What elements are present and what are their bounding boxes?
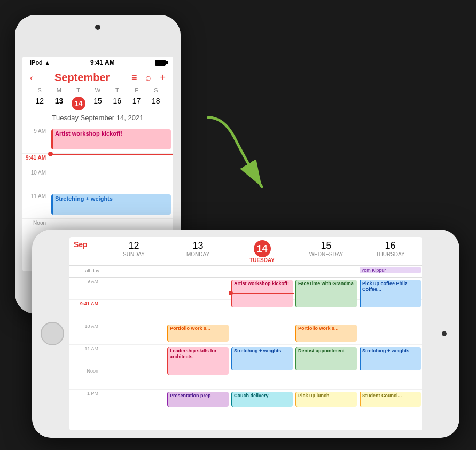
portfolio-mon-event[interactable]: Portfolio work s... <box>167 325 229 342</box>
allday-thu: Yom Kippur <box>358 266 422 277</box>
week-current-time-line <box>230 293 294 294</box>
slot-1pm: 1 PM <box>69 390 102 412</box>
leadership-event[interactable]: Leadership skills for architects <box>167 347 229 375</box>
day-num-15: 15 <box>295 240 357 251</box>
day-view[interactable]: 9 AM Artist workshop kickoff! 9:41 AM 10… <box>22 127 173 247</box>
sun-slot-6 <box>102 390 166 412</box>
sun-slot-1 <box>102 278 166 300</box>
allday-row: all-day Yom Kippur <box>69 266 422 278</box>
calendar-days: 12 13 14 15 16 17 18 <box>30 96 166 112</box>
carrier-label: iPod <box>30 59 43 66</box>
allday-tue <box>230 266 294 277</box>
month-cell: Sep <box>69 237 102 265</box>
time-9am: 9 AM <box>22 127 50 153</box>
allday-wed <box>294 266 358 277</box>
back-button[interactable]: ‹ <box>30 73 33 83</box>
day-label-wed: Wednesday <box>295 251 357 257</box>
time-11am: 11 AM <box>22 192 50 218</box>
facetime-grandma-event[interactable]: FaceTime with Grandma <box>295 280 357 307</box>
side-camera <box>442 331 447 336</box>
day-label-mon: Monday <box>167 251 229 257</box>
allday-sun <box>102 266 166 277</box>
day-label-thu: Thursday <box>360 251 421 257</box>
horizontal-screen: Sep 12 Sunday 13 Monday 14 Tuesday <box>69 237 422 430</box>
time-row-9am: 9 AM Artist workshop kickoff! <box>22 127 173 154</box>
day-num-13: 13 <box>167 240 229 251</box>
list-icon[interactable]: ≡ <box>131 72 137 83</box>
yom-kippur-event[interactable]: Yom Kippur <box>360 267 421 273</box>
sun-slot-4 <box>102 345 166 367</box>
selected-date-label: Tuesday September 14, 2021 <box>30 112 166 124</box>
status-bar: iPod ▲ 9:41 AM <box>22 57 173 68</box>
time-row-941: 9:41 AM <box>22 154 173 169</box>
slot-noon: Noon <box>69 367 102 390</box>
allday-label: all-day <box>69 266 102 277</box>
week-header: Sep 12 Sunday 13 Monday 14 Tuesday <box>69 237 422 266</box>
dentist-event[interactable]: Dentist appointment <box>295 347 357 370</box>
col-monday-events: Portfolio work s... Leadership skills fo… <box>166 278 230 430</box>
add-event-button[interactable]: + <box>160 72 166 83</box>
stretching-thu-event[interactable]: Stretching + weights <box>360 347 421 370</box>
ipod-horizontal: Sep 12 Sunday 13 Monday 14 Tuesday <box>32 230 459 438</box>
sun-slot-5 <box>102 367 166 390</box>
sun-slot-3 <box>102 322 166 345</box>
slot-11am: 11 AM <box>69 345 102 367</box>
couch-delivery-event[interactable]: Couch delivery <box>231 392 293 407</box>
current-time-indicator <box>50 154 173 155</box>
time-labels-col: 9 AM 9:41 AM 10 AM 11 AM Noon 1 PM <box>69 278 102 430</box>
day-num-14-today: 14 <box>254 240 271 257</box>
time-10am: 10 AM <box>22 169 50 192</box>
day-num-16: 16 <box>360 240 421 251</box>
col-tuesday-events: Artist workshop kickoff! Stretching + we… <box>230 278 294 430</box>
week-time-grid[interactable]: 9 AM 9:41 AM 10 AM 11 AM Noon 1 PM <box>69 278 422 430</box>
time-row-10am: 10 AM <box>22 169 173 192</box>
student-council-event[interactable]: Student Counci... <box>360 392 421 407</box>
week-month-label: Sep <box>74 240 88 249</box>
col-thursday-events: Pick up coffee Philz Coffee... Stretchin… <box>358 278 422 430</box>
portfolio-wed-event[interactable]: Portfolio work s... <box>295 325 357 342</box>
day-label-tue: Tuesday <box>231 257 293 263</box>
month-title: September <box>54 72 110 84</box>
home-button-h[interactable] <box>41 322 64 345</box>
week-view: Sep 12 Sunday 13 Monday 14 Tuesday <box>69 237 422 430</box>
time-row-11am: 11 AM Stretching + weights <box>22 192 173 219</box>
pickup-coffee-event[interactable]: Pick up coffee Philz Coffee... <box>360 280 421 307</box>
slot-10am: 10 AM <box>69 322 102 345</box>
time-941am: 9:41 AM <box>22 154 50 169</box>
sun-slot-2 <box>102 300 166 322</box>
arrow-indicator <box>192 107 299 214</box>
front-camera <box>95 25 100 30</box>
col-tue: 14 Tuesday <box>230 237 294 265</box>
presentation-prep-event[interactable]: Presentation prep <box>167 392 229 407</box>
allday-mon <box>166 266 230 277</box>
wifi-icon: ▲ <box>45 60 50 66</box>
weekday-labels: SMTWTFS <box>30 87 166 93</box>
day-label-sun: Sunday <box>103 251 165 257</box>
stretching-tue-event[interactable]: Stretching + weights <box>231 347 293 370</box>
artist-workshop-week-event[interactable]: Artist workshop kickoff! <box>231 280 293 307</box>
artist-workshop-event[interactable]: Artist workshop kickoff! <box>51 129 171 149</box>
col-thu: 16 Thursday <box>358 237 422 265</box>
col-wednesday-events: FaceTime with Grandma Portfolio work s..… <box>294 278 358 430</box>
battery-icon <box>155 60 166 66</box>
col-mon: 13 Monday <box>166 237 230 265</box>
calendar-header: ‹ September ≡ ⌕ + SMTWTFS 12 13 14 15 <box>22 68 173 127</box>
col-sunday-events <box>102 278 166 430</box>
slot-9am: 9 AM <box>69 278 102 300</box>
col-wed: 15 Wednesday <box>294 237 358 265</box>
stretching-event[interactable]: Stretching + weights <box>51 194 171 215</box>
slot-941am: 9:41 AM <box>69 300 102 322</box>
col-sun: 12 Sunday <box>102 237 166 265</box>
day-num-12: 12 <box>103 240 165 251</box>
search-icon[interactable]: ⌕ <box>145 72 151 83</box>
pick-up-lunch-event[interactable]: Pick up lunch <box>295 392 357 407</box>
time-label: 9:41 AM <box>90 59 115 66</box>
